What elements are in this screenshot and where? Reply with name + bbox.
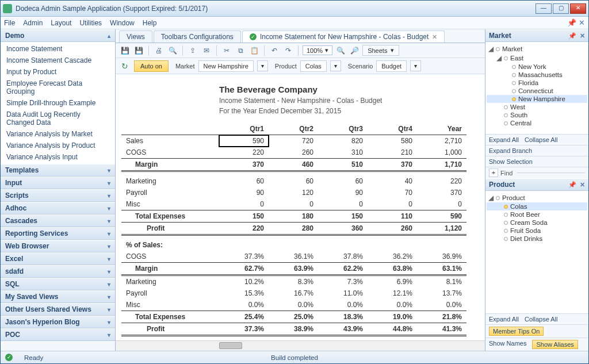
sidebar-group[interactable]: sdafd▾ [1, 265, 115, 278]
cell[interactable]: 18.3% [318, 311, 368, 323]
pov-drop-product[interactable]: ▾ [330, 60, 341, 71]
copy-icon[interactable]: ⧉ [235, 45, 246, 56]
save-icon-2[interactable]: 💾 [133, 45, 144, 56]
cell[interactable]: 60 [318, 175, 368, 187]
cell[interactable]: 0 [269, 198, 318, 210]
tree-item[interactable]: ◢East [487, 53, 587, 63]
cell[interactable]: 1,000 [417, 147, 466, 159]
sheets-dropdown[interactable]: Sheets▾ [362, 45, 399, 56]
cell[interactable]: 90 [219, 187, 269, 198]
tab[interactable]: ✓Income Statement for New Hampshire - Co… [242, 30, 445, 43]
cell[interactable]: 0 [368, 198, 417, 210]
sidebar-group[interactable]: Excel▾ [1, 252, 115, 265]
close-icon[interactable]: ✕ [580, 32, 585, 40]
tree-item[interactable]: New York [487, 63, 587, 71]
minimize-button[interactable]: — [536, 3, 552, 14]
pov-field-scenario[interactable]: Budget [376, 60, 407, 72]
sidebar-group[interactable]: Web Browser▾ [1, 240, 115, 252]
cell[interactable]: 180 [269, 210, 318, 223]
cell[interactable]: 510 [318, 159, 368, 171]
menu-admin[interactable]: Admin [23, 19, 43, 27]
sidebar-group[interactable]: POC▾ [1, 328, 115, 341]
pov-drop-market[interactable]: ▾ [257, 60, 268, 71]
market-panel-header[interactable]: Market 📌✕ [485, 29, 588, 42]
cell[interactable]: 360 [318, 223, 368, 235]
cell[interactable]: 1,710 [417, 159, 466, 171]
find-label[interactable]: Find [500, 170, 512, 177]
cut-icon[interactable]: ✂ [221, 45, 232, 56]
cell[interactable]: 370 [368, 159, 417, 171]
tree-item[interactable]: Florida [487, 79, 587, 87]
cell[interactable]: 7.3% [318, 275, 368, 288]
cell[interactable]: 43.9% [318, 323, 368, 336]
cell[interactable]: 37.3% [219, 323, 269, 336]
member-tips-button[interactable]: Member Tips On [489, 327, 544, 336]
find-plus-icon[interactable]: + [489, 168, 498, 177]
tree-item[interactable]: Diet Drinks [487, 235, 587, 243]
cell[interactable]: 590 [219, 135, 269, 147]
cell[interactable]: 37.3% [219, 251, 269, 263]
cell[interactable]: 370 [417, 187, 466, 198]
sidebar-group[interactable]: Adhoc▾ [1, 202, 115, 214]
cell[interactable]: 19.0% [368, 311, 417, 323]
cell[interactable]: 260 [269, 147, 318, 159]
cell[interactable]: 62.2% [318, 263, 368, 275]
print-icon[interactable]: 🖨 [153, 45, 165, 56]
sidebar-item[interactable]: Employee Forecast Data Grouping [1, 78, 115, 97]
close-icon[interactable]: ✕ [432, 33, 437, 41]
cell[interactable]: 220 [219, 147, 269, 159]
sidebar-item[interactable]: Variance Analysis by Product [1, 140, 115, 151]
cell[interactable]: 370 [219, 159, 269, 171]
cell[interactable]: 580 [368, 135, 417, 147]
cell[interactable]: 720 [269, 135, 318, 147]
sidebar-item[interactable]: Income Statement Cascade [1, 55, 115, 66]
redo-icon[interactable]: ↷ [282, 45, 294, 56]
menu-file[interactable]: File [4, 19, 15, 27]
cell[interactable]: 0.0% [219, 299, 269, 311]
cell[interactable]: 460 [269, 159, 318, 171]
cell[interactable]: 150 [318, 210, 368, 223]
collapse-all-button[interactable]: Collapse All [525, 316, 557, 323]
cell[interactable]: 2,710 [417, 135, 466, 147]
maximize-button[interactable]: ▢ [553, 3, 569, 14]
pin-icon[interactable]: 📌 ✕ [567, 18, 585, 27]
menu-utilities[interactable]: Utilities [79, 19, 102, 27]
cell[interactable]: 21.8% [417, 311, 466, 323]
cell[interactable]: 0.0% [318, 299, 368, 311]
close-button[interactable]: ✕ [570, 3, 586, 14]
cell[interactable]: 15.3% [219, 288, 269, 299]
show-names-button[interactable]: Show Names [489, 340, 526, 349]
cell[interactable]: 41.3% [417, 323, 466, 336]
cell[interactable]: 36.9% [417, 251, 466, 263]
cell[interactable]: 40 [368, 175, 417, 187]
refresh-icon[interactable]: ↻ [119, 60, 131, 72]
cell[interactable]: 25.4% [219, 311, 269, 323]
cell[interactable]: 90 [318, 187, 368, 198]
sidebar-item[interactable]: Simple Drill-through Example [1, 97, 115, 109]
cell[interactable]: 38.9% [269, 323, 318, 336]
sidebar-group[interactable]: Templates▾ [1, 164, 115, 177]
cell[interactable]: 63.9% [269, 263, 318, 275]
cell[interactable]: 120 [269, 187, 318, 198]
tree-item[interactable]: Fruit Soda [487, 227, 587, 235]
cell[interactable]: 63.8% [368, 263, 417, 275]
sidebar-group[interactable]: Demo▴ [1, 29, 115, 42]
mail-icon[interactable]: ✉ [201, 45, 212, 56]
show-selection-button[interactable]: Show Selection [489, 158, 533, 165]
paste-icon[interactable]: 📋 [248, 45, 260, 56]
cell[interactable]: 10.2% [219, 275, 269, 288]
cell[interactable]: 150 [219, 210, 269, 223]
pov-field-product[interactable]: Colas [300, 60, 327, 72]
sidebar-item[interactable]: Variance Analysis by Market [1, 128, 115, 140]
sidebar-group[interactable]: Jason's Hyperion Blog▾ [1, 316, 115, 328]
sidebar-item[interactable]: Input by Product [1, 66, 115, 78]
tree-item[interactable]: ◢Market [487, 44, 587, 53]
cell[interactable]: 16.7% [269, 288, 318, 299]
cell[interactable]: 820 [318, 135, 368, 147]
cell[interactable]: 0 [318, 198, 368, 210]
tab[interactable]: Toolbars Configurations [154, 30, 241, 43]
cell[interactable]: 0.0% [368, 299, 417, 311]
cell[interactable]: 310 [318, 147, 368, 159]
product-panel-header[interactable]: Product 📌✕ [485, 178, 588, 191]
tree-item[interactable]: Colas [487, 202, 587, 210]
